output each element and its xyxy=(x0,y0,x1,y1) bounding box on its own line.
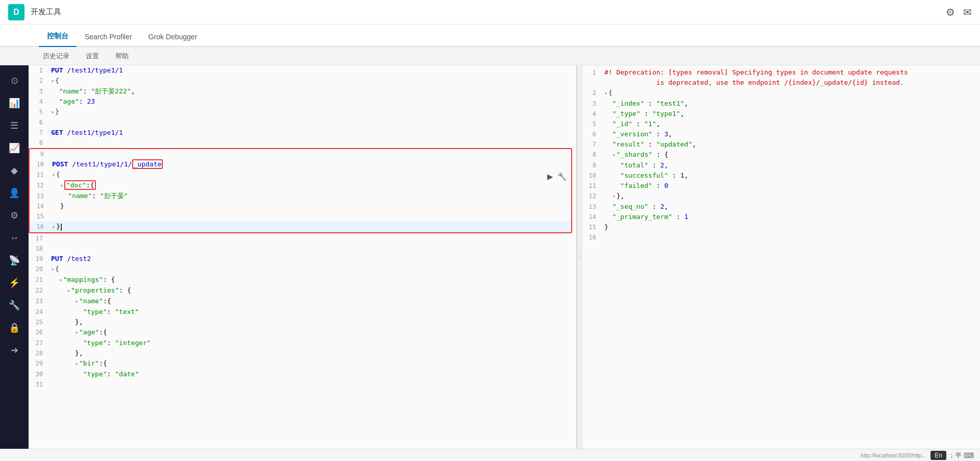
editor-line-16: 16 ▾} xyxy=(30,222,571,232)
editor-line-13: 13 "name": "彭于晏" xyxy=(30,191,571,201)
editor-content[interactable]: 1 PUT /test1/type1/1 2 ▾{ 3 "name": "彭于晏… xyxy=(29,65,576,449)
sidebar-icon-user[interactable]: 👤 xyxy=(5,184,23,202)
editor-line-17: 17 xyxy=(29,233,576,244)
editor-line-26: 26 ▾"age":{ xyxy=(29,327,576,338)
response-line-8: 8 ▾"_shards" : { xyxy=(582,150,980,160)
editor-line-5: 5 ▾} xyxy=(29,107,576,117)
editor-line-25: 25 }, xyxy=(29,317,576,327)
editor-line-12: 12 ▾"doc":{ xyxy=(30,180,571,191)
response-line-3: 3 "_index" : "test1", xyxy=(582,99,980,109)
wrench-button[interactable]: 🔧 xyxy=(557,172,567,181)
nav-tabs: 控制台 Search Profiler Grok Debugger xyxy=(0,25,980,47)
sidebar: ⊙ 📊 ☰ 📈 ◆ 👤 ⚙ ↔ 📡 ⚡ 🔧 🔒 ➜ xyxy=(0,65,29,449)
app-title: 开发工具 xyxy=(31,7,61,17)
editor-pane: 1 PUT /test1/type1/1 2 ▾{ 3 "name": "彭于晏… xyxy=(29,65,577,449)
response-line-1b: is deprecated, use the endpoint /{index}… xyxy=(582,78,980,88)
sidebar-icon-analytics[interactable]: 📈 xyxy=(5,139,23,157)
response-line-4: 4 "_type" : "type1", xyxy=(582,109,980,119)
doc-highlight: "doc":{ xyxy=(64,180,96,190)
editor-line-18: 18 xyxy=(29,244,576,254)
sidebar-icon-signal[interactable]: 📡 xyxy=(5,251,23,270)
response-line-2: 2 ▾{ xyxy=(582,88,980,99)
response-content: 1 #! Deprecation: [types removal] Specif… xyxy=(582,65,980,449)
top-bar: D 开发工具 ⚙ ✉ xyxy=(0,0,980,25)
editor-line-2: 2 ▾{ xyxy=(29,76,576,86)
top-bar-right: ⚙ ✉ xyxy=(946,6,972,18)
keyboard-icon: ⌨ xyxy=(964,451,974,459)
sidebar-icon-gear[interactable]: ⚙ xyxy=(5,206,23,225)
response-line-5: 5 "_id" : "1", xyxy=(582,119,980,129)
editor-line-28: 28 }, xyxy=(29,348,576,358)
editor-line-23: 23 ▾"name":{ xyxy=(29,296,576,307)
response-line-7: 7 "result" : "updated", xyxy=(582,139,980,150)
editor-line-4: 4 "age": 23 xyxy=(29,96,576,107)
response-line-15: 15 } xyxy=(582,222,980,232)
sidebar-icon-circle[interactable]: ⊙ xyxy=(5,71,23,90)
sidebar-icon-lock[interactable]: 🔒 xyxy=(5,319,23,337)
update-highlight: _update xyxy=(132,159,163,169)
response-line-12: 12 ▾}, xyxy=(582,191,980,202)
editor-line-19: 19 PUT /test2 xyxy=(29,254,576,264)
editor-line-29: 29 ▾"bir":{ xyxy=(29,358,576,369)
response-line-10: 10 "successful" : 1, xyxy=(582,171,980,181)
response-line-9: 9 "total" : 2, xyxy=(582,160,980,171)
editor-line-27: 27 "type": "integer" xyxy=(29,338,576,348)
editor-line-3: 3 "name": "彭于晏222", xyxy=(29,86,576,96)
run-button[interactable]: ▶ xyxy=(547,172,553,181)
editor-line-11: 11 ▾{ xyxy=(30,169,571,180)
sidebar-icon-wrench[interactable]: 🔧 xyxy=(5,296,23,314)
sidebar-icon-arrows[interactable]: ↔ xyxy=(5,229,23,247)
editor-line-9: 9 xyxy=(30,149,571,159)
tab-search-profiler[interactable]: Search Profiler xyxy=(77,28,140,47)
editor-line-22: 22 ▾"properties": { xyxy=(29,285,576,296)
sidebar-icon-lightning[interactable]: ⚡ xyxy=(5,274,23,292)
settings-button[interactable]: 设置 xyxy=(82,50,103,63)
tab-console[interactable]: 控制台 xyxy=(39,27,77,47)
status-bar: http://localhost:9200/http... En ；半 ⌨ xyxy=(0,449,980,461)
response-pane: 1 #! Deprecation: [types removal] Specif… xyxy=(582,65,980,449)
editor-line-30: 30 "type": "date" xyxy=(29,369,576,379)
mail-icon[interactable]: ✉ xyxy=(963,6,972,18)
main-area: ⊙ 📊 ☰ 📈 ◆ 👤 ⚙ ↔ 📡 ⚡ 🔧 🔒 ➜ 1 PUT /test1/t… xyxy=(0,65,980,449)
editor-line-24: 24 "type": "text" xyxy=(29,307,576,317)
lang-badge: En xyxy=(930,451,946,460)
pane-divider[interactable]: ⋮ xyxy=(577,65,582,449)
sidebar-icon-chart[interactable]: 📊 xyxy=(5,94,23,112)
editor-line-31: 31 xyxy=(29,379,576,390)
lang-indicator[interactable]: En ；半 ⌨ xyxy=(930,451,974,460)
app-logo: D xyxy=(8,4,24,20)
editor-actions: ▶ 🔧 xyxy=(547,172,567,181)
editor-line-10: 10 POST /test1/type1/1/_update xyxy=(30,159,571,169)
editor-line-6: 6 xyxy=(29,117,576,128)
response-line-16: 16 xyxy=(582,232,980,242)
response-line-6: 6 "_version" : 3, xyxy=(582,129,980,139)
tab-grok-debugger[interactable]: Grok Debugger xyxy=(140,28,206,47)
punctuation-mode: ；半 xyxy=(948,451,962,460)
editor-line-20: 20 ▾{ xyxy=(29,264,576,275)
history-button[interactable]: 历史记录 xyxy=(39,50,74,63)
editor-line-15: 15 xyxy=(30,211,571,222)
response-line-13: 13 "_seq_no" : 2, xyxy=(582,202,980,212)
sidebar-icon-list[interactable]: ☰ xyxy=(5,116,23,135)
editor-line-21: 21 ▾"mappings": { xyxy=(29,275,576,285)
editor-line-8: 8 xyxy=(29,138,576,148)
editor-line-7: 7 GET /test1/type1/1 xyxy=(29,128,576,138)
sidebar-icon-arrow[interactable]: ➜ xyxy=(5,341,23,359)
editor-line-14: 14 } xyxy=(30,201,571,211)
response-line-1: 1 #! Deprecation: [types removal] Specif… xyxy=(582,67,980,78)
help-button[interactable]: 帮助 xyxy=(111,50,133,63)
response-line-14: 14 "_primary_term" : 1 xyxy=(582,212,980,222)
sidebar-icon-diamond[interactable]: ◆ xyxy=(5,161,23,180)
response-line-11: 11 "failed" : 0 xyxy=(582,181,980,191)
toolbar: 历史记录 设置 帮助 xyxy=(0,47,980,65)
editor-line-1: 1 PUT /test1/type1/1 xyxy=(29,65,576,76)
url-display: http://localhost:9200/http... xyxy=(861,452,926,458)
settings-icon[interactable]: ⚙ xyxy=(946,6,955,18)
cursor xyxy=(61,224,62,231)
highlighted-region: 9 10 POST /test1/type1/1/_update 11 ▾{ 1… xyxy=(29,148,572,233)
